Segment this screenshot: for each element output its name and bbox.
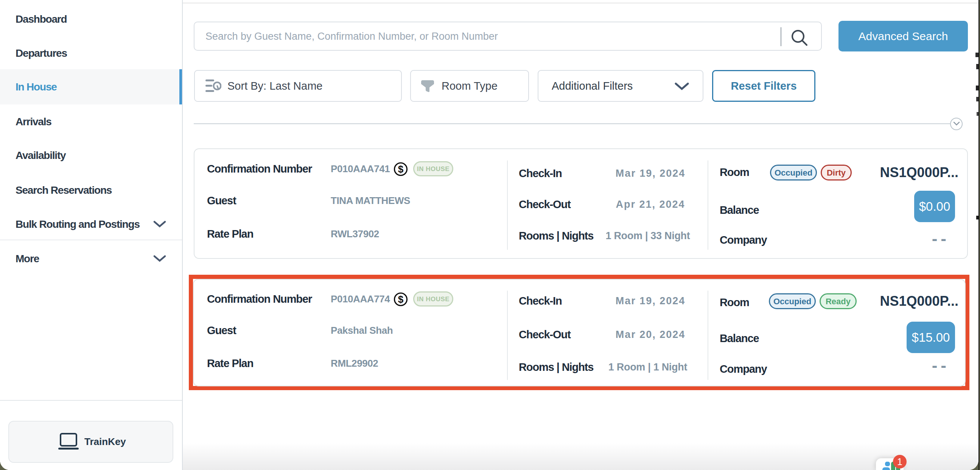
svg-text:$: $ — [398, 164, 404, 175]
svg-text:$: $ — [398, 294, 404, 305]
